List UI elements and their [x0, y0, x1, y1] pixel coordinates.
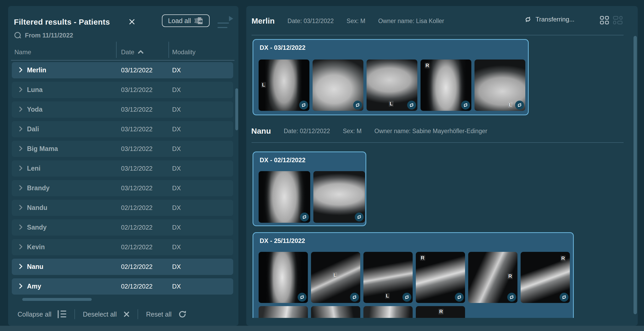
- sync-icon: [560, 293, 569, 302]
- chevron-right-icon: [17, 165, 23, 171]
- row-study-date: 03/12/2022: [121, 106, 152, 113]
- toolbar-divider: [138, 309, 138, 319]
- mixed-layout-icon[interactable]: [613, 16, 623, 25]
- xray-thumbnail[interactable]: R: [468, 252, 517, 303]
- xray-thumbnail[interactable]: R: [416, 252, 465, 303]
- row-modality: DX: [172, 243, 181, 251]
- sync-icon: [524, 15, 532, 23]
- patient-date: Date: 03/12/2022: [287, 18, 334, 25]
- patient-header-nanu: Nanu Date: 02/12/2022 Sex: M Owner name:…: [251, 127, 487, 135]
- orientation-marker: L: [385, 293, 390, 299]
- row-study-date: 03/12/2022: [121, 67, 152, 74]
- column-divider: [168, 42, 169, 58]
- search-filter[interactable]: From 11/11/2022: [14, 32, 73, 39]
- sync-icon: [461, 101, 470, 110]
- series-box[interactable]: DX - 03/12/2022 L: [253, 39, 529, 115]
- row-modality: DX: [172, 67, 181, 74]
- table-row[interactable]: Kevin 02/12/2022 DX: [12, 239, 233, 255]
- row-modality: DX: [172, 86, 181, 94]
- row-patient-name: Merlin: [27, 66, 46, 74]
- table-row[interactable]: Brandy 03/12/2022 DX: [12, 180, 233, 196]
- orientation-marker: R: [438, 309, 444, 314]
- patient-date: Date: 02/12/2022: [284, 128, 330, 135]
- xray-thumbnail[interactable]: [311, 306, 360, 318]
- xray-thumbnail[interactable]: [313, 59, 363, 111]
- reset-all-button[interactable]: Reset all: [146, 310, 187, 319]
- patient-owner: Owner name: Sabine Mayerhöfler-Edinger: [374, 128, 487, 135]
- table-row[interactable]: Big Mama 03/12/2022 DX: [12, 141, 233, 157]
- table-row[interactable]: Dali 03/12/2022 DX: [12, 121, 233, 137]
- chevron-right-icon: [17, 126, 23, 132]
- vertical-scrollbar-thumb[interactable]: [235, 88, 238, 130]
- row-modality: DX: [172, 106, 181, 113]
- xray-thumbnail[interactable]: [313, 171, 365, 223]
- xray-thumbnail[interactable]: L: [363, 252, 413, 303]
- row-study-date: 02/12/2022: [121, 224, 152, 231]
- column-header-name[interactable]: Name: [14, 48, 31, 56]
- row-patient-name: Nanu: [27, 263, 43, 270]
- row-patient-name: Leni: [27, 165, 40, 172]
- chevron-right-icon: [17, 185, 23, 191]
- column-header-date[interactable]: Date: [121, 48, 143, 56]
- patient-sex: Sex: M: [343, 128, 362, 135]
- xray-thumbnail[interactable]: [259, 306, 308, 318]
- table-row[interactable]: Leni 03/12/2022 DX: [12, 160, 233, 177]
- column-divider: [116, 42, 117, 58]
- xray-thumbnail[interactable]: R: [416, 306, 465, 318]
- study-browser-viewport: Merlin Date: 03/12/2022 Sex: M Owner nam…: [246, 6, 638, 318]
- xray-thumbnail[interactable]: R: [421, 59, 471, 111]
- thumbnail-row: R: [259, 306, 465, 318]
- patient-header-merlin: Merlin Date: 03/12/2022 Sex: M Owner nam…: [252, 17, 444, 25]
- row-patient-name: Luna: [27, 86, 43, 94]
- xray-thumbnail[interactable]: [363, 306, 413, 318]
- row-patient-name: Big Mama: [27, 145, 58, 153]
- table-row[interactable]: Amy 02/12/2022 DX: [12, 278, 233, 295]
- series-title: DX - 25/11/2022: [260, 237, 305, 245]
- table-row[interactable]: Yoda 03/12/2022 DX: [12, 101, 233, 118]
- patient-owner: Owner name: Lisa Koller: [378, 18, 444, 25]
- series-box[interactable]: DX - 25/11/2022: [253, 232, 574, 318]
- sync-icon: [402, 293, 411, 302]
- sync-icon: [298, 293, 307, 302]
- xray-thumbnail[interactable]: [259, 252, 308, 303]
- xray-thumbnail[interactable]: L: [311, 252, 360, 303]
- table-header: Name Date Modality: [8, 45, 238, 60]
- transfer-arrow-icon[interactable]: [217, 17, 234, 29]
- table-row[interactable]: Nanu 02/12/2022 DX: [12, 259, 233, 275]
- load-all-button[interactable]: Load all: [162, 14, 210, 27]
- collapse-all-button[interactable]: Collapse all: [18, 310, 67, 318]
- panel-title: Filtered results - Patients: [14, 18, 110, 26]
- close-icon[interactable]: [128, 18, 135, 25]
- chevron-right-icon: [17, 283, 23, 289]
- sync-icon: [350, 293, 359, 302]
- chevron-right-icon: [17, 146, 23, 151]
- deselect-all-button[interactable]: Deselect all: [83, 311, 130, 318]
- grid-layout-icon[interactable]: [600, 16, 609, 25]
- table-row[interactable]: Sandy 02/12/2022 DX: [12, 219, 233, 236]
- row-patient-name: Brandy: [27, 184, 50, 192]
- table-row[interactable]: Merlin 03/12/2022 DX: [12, 62, 233, 78]
- series-box[interactable]: DX - 02/12/2022: [253, 151, 366, 226]
- xray-thumbnail[interactable]: L: [474, 59, 525, 111]
- filtered-results-panel: Filtered results - Patients Load all: [8, 6, 238, 326]
- orientation-marker: R: [420, 255, 425, 261]
- xray-thumbnail[interactable]: L: [367, 59, 417, 111]
- xray-thumbnail[interactable]: R: [521, 252, 570, 303]
- xray-thumbnail[interactable]: L: [259, 59, 309, 111]
- row-modality: DX: [172, 224, 181, 231]
- orientation-marker: R: [507, 273, 513, 279]
- xray-thumbnail[interactable]: [259, 171, 310, 223]
- horizontal-scrollbar-thumb[interactable]: [22, 298, 92, 301]
- section-divider: [252, 142, 624, 143]
- load-all-label: Load all: [168, 17, 191, 25]
- table-row[interactable]: Nandu 02/12/2022 DX: [12, 200, 233, 216]
- orientation-marker: R: [425, 63, 430, 68]
- patient-name: Merlin: [252, 17, 275, 25]
- load-images-icon: [194, 16, 204, 25]
- row-modality: DX: [172, 145, 181, 153]
- column-header-modality[interactable]: Modality: [172, 48, 195, 56]
- table-row[interactable]: Luna 03/12/2022 DX: [12, 82, 233, 98]
- right-panel-scrollbar-thumb[interactable]: [634, 36, 637, 314]
- transfer-status-label: Transferring...: [536, 16, 575, 23]
- chevron-right-icon: [17, 244, 23, 249]
